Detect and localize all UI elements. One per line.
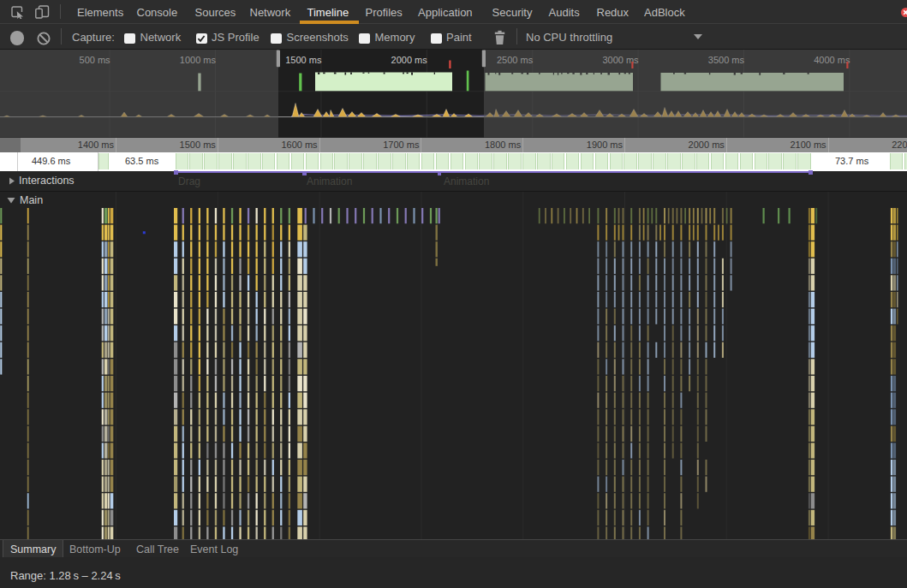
svg-text:1500 ms: 1500 ms bbox=[285, 55, 322, 65]
svg-text:2000 ms: 2000 ms bbox=[391, 55, 428, 65]
